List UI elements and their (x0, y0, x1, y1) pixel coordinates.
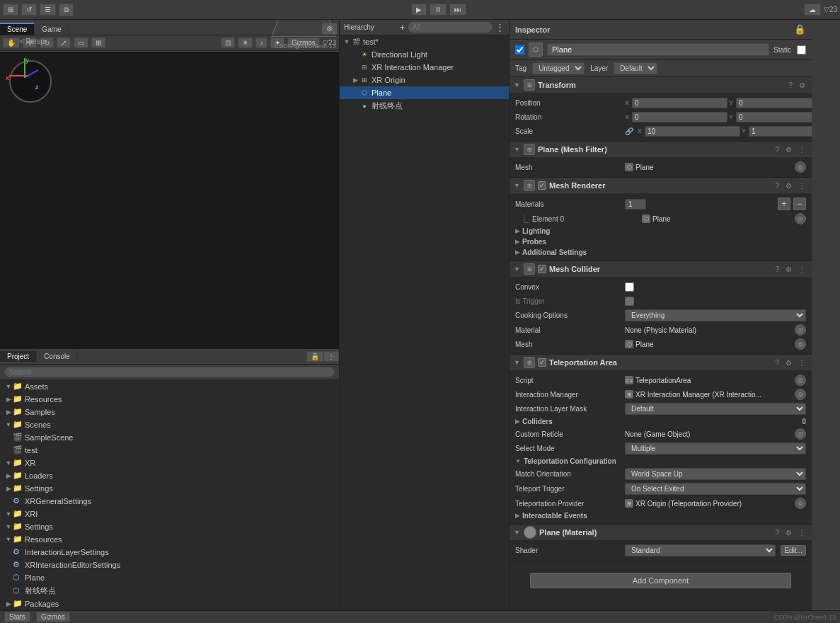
interactable-events-header[interactable]: ▶ Interactable Events (510, 510, 812, 521)
mesh-renderer-settings[interactable]: ⚙ (783, 181, 794, 190)
project-item-xr[interactable]: ▼ 📁 XR (0, 457, 339, 469)
collider-mesh-select-btn[interactable]: ◎ (795, 338, 806, 350)
pos-y-input[interactable] (736, 98, 812, 108)
project-item-test[interactable]: 🎬 test (0, 444, 339, 457)
inspector-lock-btn[interactable]: 🔒 (794, 24, 806, 35)
hierarchy-item-shooting-end[interactable]: ● 射线终点 (340, 99, 509, 113)
layer-select[interactable]: Default (614, 62, 657, 74)
play-btn[interactable]: ▶ (411, 4, 427, 16)
project-item-interaction-layer[interactable]: ⚙ InteractionLayerSettings (0, 546, 339, 559)
convex-checkbox[interactable] (625, 282, 634, 292)
mesh-collider-enable-check[interactable]: ✓ (538, 265, 546, 273)
match-orientation-select[interactable]: World Space Up (625, 468, 806, 480)
hierarchy-item-xr-origin[interactable]: ▶ ⊞ XR Origin (340, 74, 509, 86)
rot-y-input[interactable] (736, 112, 812, 122)
project-item-resources[interactable]: ▶ 📁 Resources (0, 393, 339, 406)
custom-reticle-select-btn[interactable]: ◎ (795, 428, 806, 440)
transform-tool[interactable]: ⊞ (91, 38, 105, 48)
materials-count-input[interactable] (625, 199, 646, 210)
rot-x-input[interactable] (632, 112, 727, 122)
is-trigger-checkbox[interactable] (625, 297, 634, 306)
project-item-samplescene[interactable]: 🎬 SampleScene (0, 431, 339, 444)
scene-tab[interactable]: Scene (0, 23, 35, 35)
material-header[interactable]: ▼ Plane (Material) ? ⚙ ⋮ (510, 525, 812, 540)
mesh-renderer-header[interactable]: ▼ ⊞ ✓ Mesh Renderer ? ⚙ ⋮ (510, 178, 812, 193)
menu-btn[interactable]: ⋮ (323, 351, 339, 362)
add-component-btn[interactable]: Add Component (530, 573, 792, 588)
cooking-options-select[interactable]: Everything (625, 309, 806, 321)
gizmos-status-btn[interactable]: Gizmos (36, 612, 70, 622)
material-settings[interactable]: ⚙ (783, 528, 794, 537)
persp-btn[interactable]: ⊡ (221, 38, 235, 48)
materials-add-btn[interactable]: + (778, 198, 790, 210)
project-item-xr-interaction-editor[interactable]: ⚙ XRInteractionEditorSettings (0, 559, 339, 571)
project-item-resources2[interactable]: ▼ 📁 Resources (0, 533, 339, 546)
project-tab[interactable]: Project (0, 351, 37, 362)
edit-shader-btn[interactable]: Edit... (781, 545, 806, 556)
mesh-collider-header[interactable]: ▼ ⊞ ✓ Mesh Collider ? ⚙ ⋮ (510, 261, 812, 277)
hierarchy-search-input[interactable] (408, 21, 493, 33)
additional-settings-header[interactable]: ▶ Additional Settings (510, 247, 812, 258)
hierarchy-add-btn[interactable]: + (400, 23, 405, 33)
audio-btn[interactable]: ♪ (255, 38, 267, 48)
toolbar-btn-2[interactable]: ↺ (21, 4, 37, 16)
rect-tool[interactable]: ▭ (74, 38, 88, 48)
teleport-config-header[interactable]: ▼ Teleportation Configuration (510, 456, 812, 467)
materials-remove-btn[interactable]: − (793, 198, 806, 210)
teleportation-area-settings[interactable]: ⚙ (783, 358, 794, 367)
teleportation-area-help[interactable]: ? (773, 358, 781, 367)
lock-btn[interactable]: 🔒 (306, 351, 323, 362)
tag-select[interactable]: Untagged (532, 62, 585, 74)
interaction-layer-mask-select[interactable]: Default (625, 403, 806, 415)
hierarchy-item-test[interactable]: ▼ 🎬 test* (340, 35, 509, 48)
pos-x-input[interactable] (632, 98, 727, 108)
mesh-filter-help[interactable]: ? (773, 145, 781, 154)
project-item-settings2[interactable]: ▼ 📁 Settings (0, 520, 339, 533)
transform-header[interactable]: ▼ ⊞ Transform ? ⚙ (510, 77, 812, 93)
mesh-filter-menu[interactable]: ⋮ (796, 145, 807, 154)
scale-y-input[interactable] (749, 126, 812, 137)
hand-tool[interactable]: ✋ (3, 38, 20, 48)
project-search-input[interactable] (4, 367, 335, 377)
project-item-settings[interactable]: ▶ 📁 Settings (0, 482, 339, 495)
mesh-collider-menu[interactable]: ⋮ (796, 265, 807, 274)
toolbar-btn-3[interactable]: ☰ (40, 4, 56, 16)
collider-material-select-btn[interactable]: ◎ (795, 324, 806, 336)
interaction-manager-select-btn[interactable]: ◎ (795, 389, 806, 400)
object-enabled-check[interactable] (515, 45, 524, 55)
teleport-trigger-select[interactable]: On Select Exited (625, 483, 806, 495)
step-btn[interactable]: ⏭ (449, 4, 466, 16)
lighting-header[interactable]: ▶ Lighting (510, 226, 812, 236)
teleportation-area-menu[interactable]: ⋮ (796, 358, 807, 367)
script-select-btn[interactable]: ◎ (795, 375, 806, 386)
project-item-scenes[interactable]: ▼ 📁 Scenes (0, 418, 339, 431)
transform-settings[interactable]: ⚙ (797, 81, 807, 90)
transform-help[interactable]: ? (786, 81, 795, 90)
probes-header[interactable]: ▶ Probes (510, 236, 812, 247)
mesh-collider-settings[interactable]: ⚙ (783, 265, 794, 274)
mesh-renderer-enable-check[interactable]: ✓ (538, 181, 546, 190)
mesh-filter-select-btn[interactable]: ◎ (795, 161, 806, 173)
project-item-plane-asset[interactable]: ⬡ Plane (0, 571, 339, 584)
colliders-header[interactable]: ▶ Colliders 0 (510, 416, 812, 427)
teleportation-area-header[interactable]: ▼ ⊞ ✓ Teleportation Area ? ⚙ ⋮ (510, 355, 812, 370)
lighting-btn[interactable]: ☀ (238, 38, 253, 48)
select-mode-select[interactable]: Multiple (625, 442, 806, 455)
material-menu[interactable]: ⋮ (796, 528, 807, 537)
project-item-loaders[interactable]: ▶ 📁 Loaders (0, 469, 339, 482)
hierarchy-item-xr-manager[interactable]: ⊞ XR Interaction Manager (340, 61, 509, 74)
scale-tool[interactable]: ⤢ (57, 38, 71, 48)
scale-x-input[interactable] (645, 126, 740, 137)
mesh-renderer-menu[interactable]: ⋮ (796, 181, 807, 190)
project-item-xrgeneral[interactable]: ⚙ XRGeneralSettings (0, 495, 339, 508)
cloud-btn[interactable]: ☁ (804, 4, 821, 16)
mesh-renderer-help[interactable]: ? (773, 181, 781, 190)
pause-btn[interactable]: ⏸ (430, 4, 447, 16)
project-item-packages[interactable]: ▶ 📁 Packages (0, 598, 339, 610)
console-tab[interactable]: Console (37, 351, 78, 362)
mesh-filter-settings[interactable]: ⚙ (783, 145, 794, 154)
hierarchy-item-plane[interactable]: ⬡ Plane (340, 86, 509, 99)
mesh-filter-header[interactable]: ▼ ⊞ Plane (Mesh Filter) ? ⚙ ⋮ (510, 142, 812, 157)
static-checkbox[interactable] (797, 45, 806, 55)
stats-btn[interactable]: Stats (4, 612, 30, 622)
